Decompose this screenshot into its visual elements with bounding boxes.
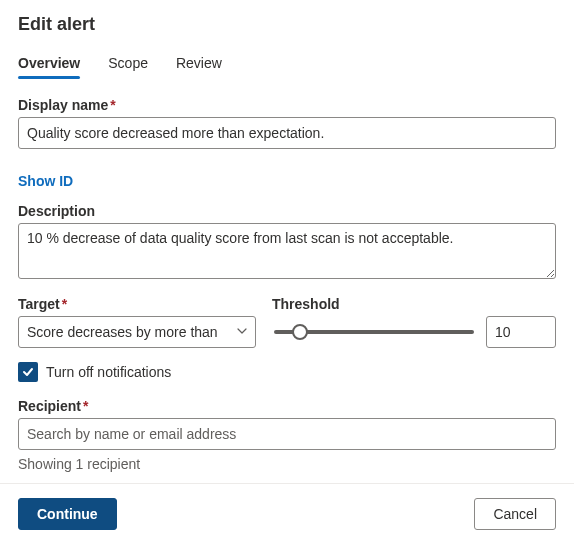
- threshold-label: Threshold: [272, 296, 340, 312]
- page-title: Edit alert: [18, 14, 556, 35]
- target-selected-value: Score decreases by more than: [27, 324, 218, 340]
- tab-review[interactable]: Review: [176, 51, 222, 79]
- tab-scope[interactable]: Scope: [108, 51, 148, 79]
- required-asterisk: *: [83, 398, 88, 414]
- description-textarea[interactable]: 10 % decrease of data quality score from…: [18, 223, 556, 279]
- footer: Continue Cancel: [0, 483, 574, 544]
- description-label: Description: [18, 203, 95, 219]
- recipient-input[interactable]: [18, 418, 556, 450]
- turn-off-notifications-label: Turn off notifications: [46, 364, 171, 380]
- tabs: Overview Scope Review: [18, 51, 556, 79]
- continue-button[interactable]: Continue: [18, 498, 117, 530]
- target-label: Target*: [18, 296, 67, 312]
- threshold-input[interactable]: [486, 316, 556, 348]
- check-icon: [21, 365, 35, 379]
- required-asterisk: *: [62, 296, 67, 312]
- recipient-hint: Showing 1 recipient: [18, 456, 556, 472]
- cancel-button[interactable]: Cancel: [474, 498, 556, 530]
- turn-off-notifications-checkbox[interactable]: [18, 362, 38, 382]
- recipient-label: Recipient*: [18, 398, 88, 414]
- show-id-link[interactable]: Show ID: [18, 173, 73, 189]
- tab-overview[interactable]: Overview: [18, 51, 80, 79]
- target-select[interactable]: Score decreases by more than: [18, 316, 256, 348]
- required-asterisk: *: [110, 97, 115, 113]
- display-name-input[interactable]: [18, 117, 556, 149]
- threshold-slider[interactable]: [274, 330, 474, 334]
- display-name-label: Display name*: [18, 97, 116, 113]
